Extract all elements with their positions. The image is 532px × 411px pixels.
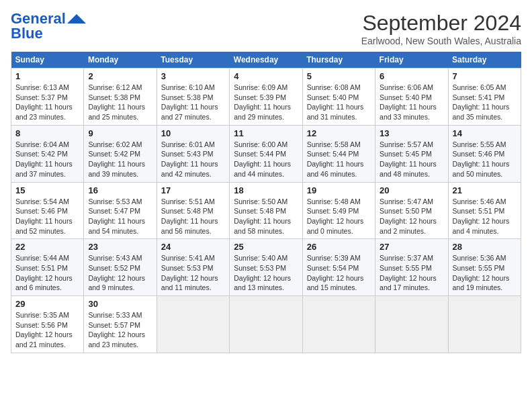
day-detail: Sunrise: 5:57 AMSunset: 5:45 PMDaylight:… xyxy=(380,140,443,179)
calendar-cell: 23Sunrise: 5:43 AMSunset: 5:52 PMDayligh… xyxy=(84,239,157,296)
day-detail: Sunrise: 5:47 AMSunset: 5:50 PMDaylight:… xyxy=(380,197,443,236)
day-detail: Sunrise: 5:50 AMSunset: 5:48 PMDaylight:… xyxy=(234,197,298,236)
day-number: 5 xyxy=(307,71,371,81)
day-number: 22 xyxy=(15,242,79,252)
day-number: 16 xyxy=(88,185,152,195)
day-detail: Sunrise: 6:13 AMSunset: 5:37 PMDaylight:… xyxy=(15,83,79,122)
day-number: 21 xyxy=(453,185,517,195)
day-detail: Sunrise: 5:43 AMSunset: 5:52 PMDaylight:… xyxy=(88,253,152,293)
logo-blue-text: Blue xyxy=(11,26,43,42)
day-detail: Sunrise: 5:51 AMSunset: 5:48 PMDaylight:… xyxy=(161,197,225,236)
week-row-2: 8Sunrise: 6:04 AMSunset: 5:42 PMDaylight… xyxy=(11,125,521,182)
day-detail: Sunrise: 5:53 AMSunset: 5:47 PMDaylight:… xyxy=(88,197,152,236)
day-number: 14 xyxy=(453,128,517,138)
day-detail: Sunrise: 5:48 AMSunset: 5:49 PMDaylight:… xyxy=(307,197,371,236)
day-number: 26 xyxy=(307,242,371,252)
calendar-cell: 28Sunrise: 5:36 AMSunset: 5:55 PMDayligh… xyxy=(448,239,521,296)
calendar-cell: 4Sunrise: 6:09 AMSunset: 5:39 PMDaylight… xyxy=(230,68,302,126)
day-number: 10 xyxy=(161,128,225,138)
logo-icon xyxy=(67,14,86,24)
day-number: 11 xyxy=(234,128,298,138)
col-header-thursday: Thursday xyxy=(302,52,375,68)
calendar-cell: 24Sunrise: 5:41 AMSunset: 5:53 PMDayligh… xyxy=(157,239,229,296)
day-detail: Sunrise: 6:02 AMSunset: 5:42 PMDaylight:… xyxy=(88,140,152,179)
calendar-cell xyxy=(302,296,375,353)
day-number: 27 xyxy=(380,242,443,252)
calendar-cell: 5Sunrise: 6:08 AMSunset: 5:40 PMDaylight… xyxy=(302,68,375,126)
calendar-cell: 27Sunrise: 5:37 AMSunset: 5:55 PMDayligh… xyxy=(375,239,448,296)
day-detail: Sunrise: 5:58 AMSunset: 5:44 PMDaylight:… xyxy=(307,140,371,179)
calendar-cell: 1Sunrise: 6:13 AMSunset: 5:37 PMDaylight… xyxy=(11,68,84,126)
calendar-cell: 8Sunrise: 6:04 AMSunset: 5:42 PMDaylight… xyxy=(11,125,84,182)
col-header-friday: Friday xyxy=(375,52,448,68)
day-detail: Sunrise: 6:01 AMSunset: 5:43 PMDaylight:… xyxy=(161,140,225,179)
calendar-cell xyxy=(230,296,302,353)
week-row-4: 22Sunrise: 5:44 AMSunset: 5:51 PMDayligh… xyxy=(11,239,521,296)
day-number: 8 xyxy=(15,128,79,138)
calendar-cell: 13Sunrise: 5:57 AMSunset: 5:45 PMDayligh… xyxy=(375,125,448,182)
day-detail: Sunrise: 6:12 AMSunset: 5:38 PMDaylight:… xyxy=(88,83,152,122)
day-detail: Sunrise: 5:33 AMSunset: 5:57 PMDaylight:… xyxy=(88,310,152,350)
calendar-cell: 12Sunrise: 5:58 AMSunset: 5:44 PMDayligh… xyxy=(302,125,375,182)
calendar-cell: 3Sunrise: 6:10 AMSunset: 5:38 PMDaylight… xyxy=(157,68,229,126)
calendar-cell: 30Sunrise: 5:33 AMSunset: 5:57 PMDayligh… xyxy=(84,296,157,353)
day-detail: Sunrise: 5:55 AMSunset: 5:46 PMDaylight:… xyxy=(453,140,517,179)
day-detail: Sunrise: 5:36 AMSunset: 5:55 PMDaylight:… xyxy=(453,253,517,293)
day-number: 28 xyxy=(453,242,517,252)
day-detail: Sunrise: 5:35 AMSunset: 5:56 PMDaylight:… xyxy=(15,310,79,350)
day-number: 19 xyxy=(307,185,371,195)
calendar-cell: 17Sunrise: 5:51 AMSunset: 5:48 PMDayligh… xyxy=(157,182,229,239)
calendar-cell: 11Sunrise: 6:00 AMSunset: 5:44 PMDayligh… xyxy=(230,125,302,182)
day-number: 9 xyxy=(88,128,152,138)
day-detail: Sunrise: 6:05 AMSunset: 5:41 PMDaylight:… xyxy=(453,83,517,122)
calendar-cell: 9Sunrise: 6:02 AMSunset: 5:42 PMDaylight… xyxy=(84,125,157,182)
day-detail: Sunrise: 5:44 AMSunset: 5:51 PMDaylight:… xyxy=(15,253,79,293)
calendar-cell: 21Sunrise: 5:46 AMSunset: 5:51 PMDayligh… xyxy=(448,182,521,239)
day-number: 23 xyxy=(88,242,152,252)
calendar-cell xyxy=(448,296,521,353)
week-row-1: 1Sunrise: 6:13 AMSunset: 5:37 PMDaylight… xyxy=(11,68,521,126)
day-number: 17 xyxy=(161,185,225,195)
calendar-table: SundayMondayTuesdayWednesdayThursdayFrid… xyxy=(11,52,521,353)
day-detail: Sunrise: 6:00 AMSunset: 5:44 PMDaylight:… xyxy=(234,140,298,179)
month-title: September 2024 xyxy=(361,11,521,36)
day-detail: Sunrise: 6:10 AMSunset: 5:38 PMDaylight:… xyxy=(161,83,225,122)
location: Earlwood, New South Wales, Australia xyxy=(361,36,521,46)
day-number: 2 xyxy=(88,71,152,81)
calendar-cell: 29Sunrise: 5:35 AMSunset: 5:56 PMDayligh… xyxy=(11,296,84,353)
day-number: 1 xyxy=(15,71,79,81)
col-header-saturday: Saturday xyxy=(448,52,521,68)
calendar-cell: 6Sunrise: 6:06 AMSunset: 5:40 PMDaylight… xyxy=(375,68,448,126)
svg-marker-0 xyxy=(67,14,86,24)
day-number: 6 xyxy=(380,71,443,81)
calendar-cell: 2Sunrise: 6:12 AMSunset: 5:38 PMDaylight… xyxy=(84,68,157,126)
day-number: 30 xyxy=(88,299,152,309)
day-number: 4 xyxy=(234,71,298,81)
col-header-sunday: Sunday xyxy=(11,52,84,68)
page-header: General Blue September 2024 Earlwood, Ne… xyxy=(11,11,521,46)
day-detail: Sunrise: 5:54 AMSunset: 5:46 PMDaylight:… xyxy=(15,197,79,236)
day-detail: Sunrise: 6:09 AMSunset: 5:39 PMDaylight:… xyxy=(234,83,298,122)
day-detail: Sunrise: 6:04 AMSunset: 5:42 PMDaylight:… xyxy=(15,140,79,179)
calendar-cell: 26Sunrise: 5:39 AMSunset: 5:54 PMDayligh… xyxy=(302,239,375,296)
title-area: September 2024 Earlwood, New South Wales… xyxy=(361,11,521,46)
day-number: 12 xyxy=(307,128,371,138)
day-detail: Sunrise: 5:41 AMSunset: 5:53 PMDaylight:… xyxy=(161,253,225,293)
day-number: 18 xyxy=(234,185,298,195)
calendar-cell: 22Sunrise: 5:44 AMSunset: 5:51 PMDayligh… xyxy=(11,239,84,296)
week-row-3: 15Sunrise: 5:54 AMSunset: 5:46 PMDayligh… xyxy=(11,182,521,239)
day-detail: Sunrise: 5:39 AMSunset: 5:54 PMDaylight:… xyxy=(307,253,371,293)
day-detail: Sunrise: 6:08 AMSunset: 5:40 PMDaylight:… xyxy=(307,83,371,122)
day-number: 20 xyxy=(380,185,443,195)
week-row-5: 29Sunrise: 5:35 AMSunset: 5:56 PMDayligh… xyxy=(11,296,521,353)
calendar-cell: 10Sunrise: 6:01 AMSunset: 5:43 PMDayligh… xyxy=(157,125,229,182)
calendar-cell: 14Sunrise: 5:55 AMSunset: 5:46 PMDayligh… xyxy=(448,125,521,182)
day-detail: Sunrise: 6:06 AMSunset: 5:40 PMDaylight:… xyxy=(380,83,443,122)
calendar-cell: 20Sunrise: 5:47 AMSunset: 5:50 PMDayligh… xyxy=(375,182,448,239)
day-number: 13 xyxy=(380,128,443,138)
day-number: 7 xyxy=(453,71,517,81)
calendar-cell xyxy=(375,296,448,353)
calendar-cell: 15Sunrise: 5:54 AMSunset: 5:46 PMDayligh… xyxy=(11,182,84,239)
day-detail: Sunrise: 5:40 AMSunset: 5:53 PMDaylight:… xyxy=(234,253,298,293)
calendar-cell: 25Sunrise: 5:40 AMSunset: 5:53 PMDayligh… xyxy=(230,239,302,296)
